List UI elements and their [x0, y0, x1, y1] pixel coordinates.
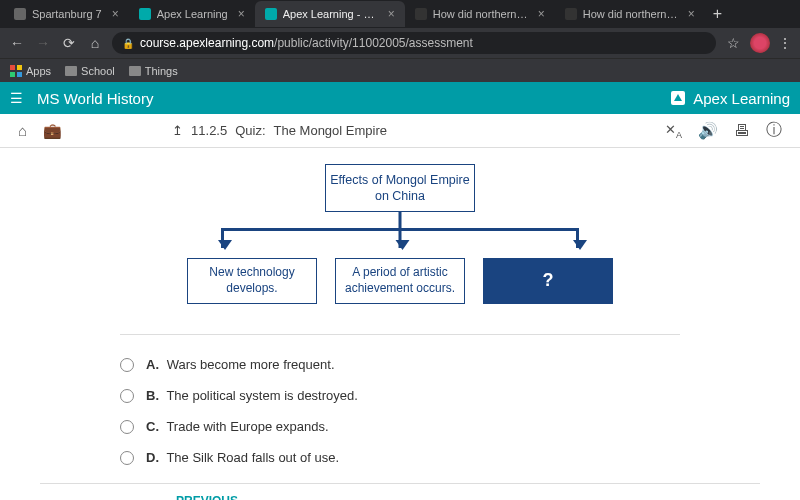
home-icon[interactable]: ⌂: [18, 122, 27, 139]
answer-option[interactable]: B. The political system is destroyed.: [120, 380, 680, 411]
course-title: MS World History: [37, 90, 669, 107]
bookmark-folder[interactable]: School: [65, 65, 115, 77]
browser-tab[interactable]: Apex Learning ×: [129, 1, 255, 27]
favicon-icon: [14, 8, 26, 20]
url-bar: ← → ⟳ ⌂ 🔒 course.apexlearning.com/public…: [0, 28, 800, 58]
answer-options: A. Wars become more frequent. B. The pol…: [120, 349, 680, 473]
close-icon[interactable]: ×: [388, 7, 395, 21]
previous-button[interactable]: ← PREVIOUS: [160, 494, 760, 500]
activity-title: The Mongol Empire: [274, 123, 387, 138]
activity-toolbar: ⌂ 💼 ↥ 11.2.5 Quiz: The Mongol Empire ✕A …: [0, 114, 800, 148]
browser-tab[interactable]: How did northern Africa's ×: [405, 1, 555, 27]
breadcrumb: ↥ 11.2.5 Quiz: The Mongol Empire: [172, 123, 387, 138]
tab-strip: Spartanburg 7 × Apex Learning × Apex Lea…: [0, 0, 800, 28]
option-letter: D.: [146, 450, 159, 465]
favicon-icon: [139, 8, 151, 20]
arrow-left-icon: ←: [160, 494, 172, 500]
address-bar[interactable]: 🔒 course.apexlearning.com/public/activit…: [112, 32, 716, 54]
folder-icon: [129, 66, 141, 76]
option-text: The political system is destroyed.: [166, 388, 357, 403]
option-text: Trade with Europe expands.: [166, 419, 328, 434]
divider: [120, 334, 680, 335]
reload-button[interactable]: ⟳: [60, 35, 78, 51]
print-icon[interactable]: 🖶: [734, 122, 750, 140]
back-button[interactable]: ←: [8, 35, 26, 51]
star-icon[interactable]: ☆: [724, 35, 742, 51]
radio-icon[interactable]: [120, 451, 134, 465]
option-letter: C.: [146, 419, 159, 434]
radio-icon[interactable]: [120, 358, 134, 372]
answer-option[interactable]: A. Wars become more frequent.: [120, 349, 680, 380]
forward-button[interactable]: →: [34, 35, 52, 51]
course-header: ☰ MS World History Apex Learning: [0, 82, 800, 114]
option-text: Wars become more frequent.: [167, 357, 335, 372]
help-icon[interactable]: ⓘ: [766, 120, 782, 141]
folder-icon: [65, 66, 77, 76]
section-number: 11.2.5: [191, 123, 227, 138]
tab-title: Spartanburg 7: [32, 8, 102, 20]
tab-title: How did northern Africa's: [583, 8, 678, 20]
close-icon[interactable]: ×: [112, 7, 119, 21]
favicon-icon: [265, 8, 277, 20]
new-tab-button[interactable]: +: [705, 5, 730, 23]
favicon-icon: [565, 8, 577, 20]
browser-tab[interactable]: How did northern Africa's ×: [555, 1, 705, 27]
option-text: The Silk Road falls out of use.: [166, 450, 339, 465]
apex-logo-icon: [669, 89, 687, 107]
home-button[interactable]: ⌂: [86, 35, 104, 51]
diagram-connector: [215, 212, 585, 258]
profile-avatar[interactable]: [750, 33, 770, 53]
lock-icon: 🔒: [122, 38, 134, 49]
diagram-child-box: New technology develops.: [187, 258, 317, 304]
url-host: course.apexlearning.com/public/activity/…: [140, 36, 473, 50]
diagram-child-box: A period of artistic achievement occurs.: [335, 258, 465, 304]
kebab-menu-icon[interactable]: ⋮: [778, 35, 792, 51]
close-icon[interactable]: ×: [538, 7, 545, 21]
answer-option[interactable]: D. The Silk Road falls out of use.: [120, 442, 680, 473]
read-aloud-icon[interactable]: 🔊: [698, 121, 718, 140]
browser-tab-active[interactable]: Apex Learning - Courses ×: [255, 1, 405, 27]
bookmarks-bar: Apps School Things: [0, 58, 800, 82]
tab-title: How did northern Africa's: [433, 8, 528, 20]
tab-title: Apex Learning: [157, 8, 228, 20]
radio-icon[interactable]: [120, 420, 134, 434]
activity-type: Quiz:: [235, 123, 265, 138]
apps-bookmark[interactable]: Apps: [10, 65, 51, 77]
tab-title: Apex Learning - Courses: [283, 8, 378, 20]
answer-option[interactable]: C. Trade with Europe expands.: [120, 411, 680, 442]
diagram-children-row: New technology develops. A period of art…: [187, 258, 613, 304]
briefcase-icon[interactable]: 💼: [43, 122, 62, 140]
menu-icon[interactable]: ☰: [10, 90, 23, 106]
question-content: Effects of Mongol Empire on China New te…: [0, 148, 800, 500]
concept-diagram: Effects of Mongol Empire on China New te…: [40, 164, 760, 304]
close-icon[interactable]: ×: [688, 7, 695, 21]
close-icon[interactable]: ×: [238, 7, 245, 21]
browser-tab[interactable]: Spartanburg 7 ×: [4, 1, 129, 27]
translate-icon[interactable]: ✕A: [665, 122, 682, 140]
diagram-unknown-box: ?: [483, 258, 613, 304]
question-footer: ← PREVIOUS: [40, 483, 760, 500]
bookmark-folder[interactable]: Things: [129, 65, 178, 77]
brand-logo[interactable]: Apex Learning: [669, 89, 790, 107]
radio-icon[interactable]: [120, 389, 134, 403]
diagram-top-box: Effects of Mongol Empire on China: [325, 164, 475, 212]
apps-icon: [10, 65, 22, 77]
up-arrow-icon[interactable]: ↥: [172, 123, 183, 138]
browser-chrome: Spartanburg 7 × Apex Learning × Apex Lea…: [0, 0, 800, 82]
favicon-icon: [415, 8, 427, 20]
option-letter: B.: [146, 388, 159, 403]
option-letter: A.: [146, 357, 159, 372]
